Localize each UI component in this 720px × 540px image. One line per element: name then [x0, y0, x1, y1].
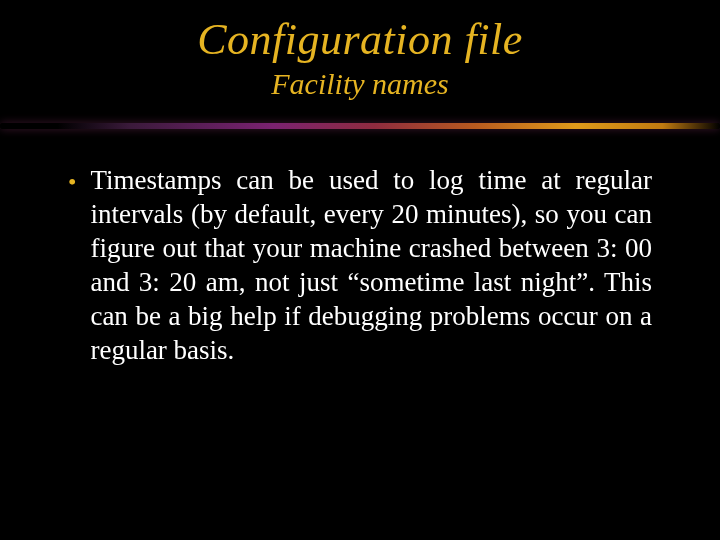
slide: Configuration file Facility names • Time… [0, 14, 720, 540]
bullet-item: • Timestamps can be used to log time at … [68, 163, 652, 367]
divider [0, 119, 720, 135]
slide-subtitle: Facility names [0, 67, 720, 101]
content-area: • Timestamps can be used to log time at … [0, 135, 720, 367]
bullet-icon: • [68, 165, 76, 199]
body-text: Timestamps can be used to log time at re… [90, 163, 652, 367]
slide-title: Configuration file [0, 14, 720, 65]
divider-gradient [0, 123, 720, 129]
